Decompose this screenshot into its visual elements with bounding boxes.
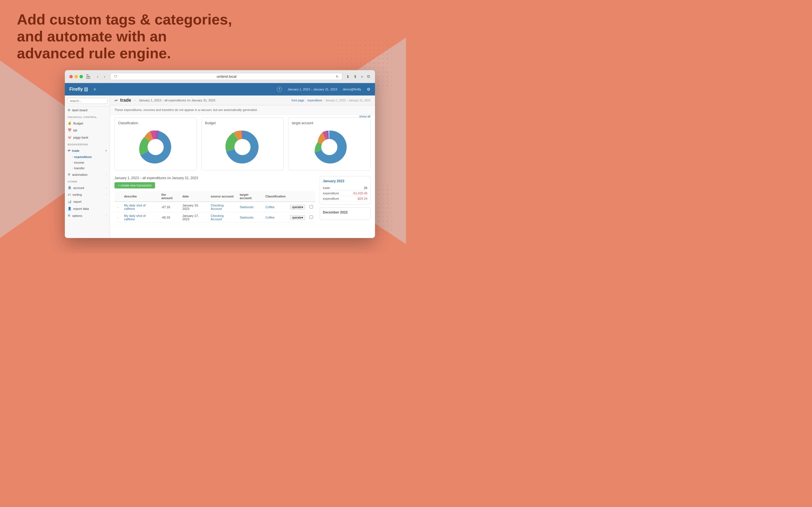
close-button[interactable] [69,75,73,78]
sidebar-item-export[interactable]: 👤 export data [65,205,110,212]
sidebar: ⊞ dash board FINANCIAL CONTROL 💰 Budget … [65,96,110,238]
row-description: My daily shot of caffeine [122,212,159,223]
refresh-button[interactable]: ↻ [336,75,339,78]
row-select-checkbox[interactable] [310,216,313,219]
classification-link[interactable]: Coffee [266,216,274,219]
table-row: ← My daily shot of caffeine -€7.16 Janua… [114,202,315,212]
bill-icon: 📅 [68,128,71,132]
maximize-button[interactable] [80,75,83,78]
source-account-link[interactable]: Checking Account [211,214,223,221]
transaction-link[interactable]: My daily shot of caffeine [124,214,146,221]
address-bar[interactable]: 🛡 umbrel.local ↻ [110,73,342,80]
sidebar-item-trade[interactable]: ⇌ trade ▾ [65,147,110,154]
chart-container-classification [118,127,193,167]
sidebar-item-label: dash board [72,108,87,112]
menu-bar [86,74,89,75]
sidebar-item-piggybank[interactable]: 🐷 piggy bank [65,134,110,141]
sidebar-item-dashboard[interactable]: ⊞ dash board [65,107,110,114]
sidebar-item-automation[interactable]: ⚙ automation ‹ [65,171,110,178]
transaction-link[interactable]: My daily shot of caffeine [124,204,146,210]
sub-arrow-icon: › [72,156,73,158]
minimize-button[interactable] [74,75,78,78]
pie-donut-hole [321,139,337,155]
sidebar-item-transfer[interactable]: › transfer [65,165,110,171]
sidebar-item-options[interactable]: ⚙ options ‹ [65,212,110,219]
export-icon: 👤 [68,207,71,210]
target-account-link[interactable]: Starbucks [240,216,253,219]
chart-container-budget [205,127,280,167]
hamburger-menu-icon[interactable]: ≡ [94,87,96,92]
app-body: ⊞ dash board FINANCIAL CONTROL 💰 Budget … [65,96,375,238]
user-settings-icon[interactable]: ⚙ [367,87,370,92]
classification-link[interactable]: Coffee [266,205,274,209]
col-classification: Classification [263,191,288,202]
col-checkbox [307,191,315,202]
chevron-left-icon: ‹ [106,173,107,176]
chart-card-classification: Classification [114,117,197,170]
row-icon: ← [114,212,122,223]
arrow-icon: ← [133,99,137,102]
operate-button[interactable]: operate▾ [290,215,305,220]
new-tab-button[interactable]: + [360,74,364,79]
row-classification: Coffee [263,202,288,212]
search-input[interactable] [67,98,107,104]
sidebar-toggle-icon[interactable] [86,74,92,79]
browser-actions: ⬇ ⬆ + ⧉ [346,73,370,79]
options-icon: ⚙ [68,214,70,217]
tabs-button[interactable]: ⧉ [366,73,370,79]
sidebar-section-other: OTHER [65,178,110,184]
source-account-link[interactable]: Checking Account [211,204,223,210]
pie-chart-classification [137,129,174,165]
table-header-row: describe the amount date source account … [114,191,315,202]
sidebar-item-budget[interactable]: 💰 Budget [65,120,110,127]
pie-donut-hole [147,139,163,155]
sidebar-item-income[interactable]: › income [65,160,110,165]
sorting-icon: 🏷 [68,193,71,196]
sidebar-item-report[interactable]: 📊 report [65,198,110,205]
stat-label: trade [323,186,330,189]
operate-button[interactable]: operate▾ [290,205,305,210]
show-all-link[interactable]: show all [359,115,370,118]
col-describe: describe [122,191,159,202]
col-date: date [180,191,208,202]
sidebar-item-expenditure[interactable]: › expenditure [65,154,110,160]
row-target: Starbucks [238,202,263,212]
chevron-down-icon: ‹ [106,186,107,189]
sidebar-item-account[interactable]: 🏦 account ‹ [65,184,110,191]
stat-row: expenditure -€1,420.40 [323,191,367,196]
stat-row: expenditure -$24.34 [323,196,367,202]
row-select-checkbox[interactable] [310,205,313,209]
row-classification: Coffee [263,212,288,223]
stats-title-december: December 2022 [323,210,367,214]
sidebar-item-bill[interactable]: 📅 bill [65,127,110,134]
stat-label: expenditure [323,191,339,195]
chart-container-targetaccount [292,127,367,167]
breadcrumb-frontpage[interactable]: front page [292,99,304,102]
target-account-link[interactable]: Starbucks [240,205,253,209]
sidebar-item-sorting[interactable]: 🏷 sorting ‹ [65,191,110,198]
breadcrumb: front page › expenditure › January 1, 20… [292,99,370,102]
info-icon[interactable]: ? [277,87,282,92]
automation-icon: ⚙ [68,173,70,176]
main-content: ⇌ trade ← January 1, 2023 – all expendit… [110,96,375,238]
stat-value-negative: -$24.34 [357,197,367,200]
app-container: Firefly ||| ≡ ? January 1, 2023 – Januar… [65,83,375,238]
transactions-main: January 1, 2023 – all expenditures on Ja… [114,176,315,223]
header-user: demo@firefly [343,88,361,91]
forward-button[interactable]: › [102,74,107,79]
share-button[interactable]: ⬆ [353,74,357,79]
piggybank-icon: 🐷 [68,135,71,139]
browser-traffic-lights [69,75,83,78]
sidebar-item-label: options [72,214,82,217]
breadcrumb-expenditure[interactable]: expenditure [307,99,322,102]
page-title: trade [120,98,131,103]
back-button[interactable]: ‹ [95,74,100,79]
browser-chrome: ‹ › 🛡 umbrel.local ↻ ⬇ ⬆ + ⧉ [65,70,375,83]
download-button[interactable]: ⬇ [346,74,350,79]
chevron-down-icon: ▾ [105,149,107,152]
create-transaction-button[interactable]: + create new transaction [114,182,155,188]
transactions-header: January 1, 2023 – all expenditures on Ja… [114,176,315,180]
row-description: My daily shot of caffeine [122,202,159,212]
col-amount: the amount [159,191,180,202]
row-amount: -€6.33 [159,212,180,223]
